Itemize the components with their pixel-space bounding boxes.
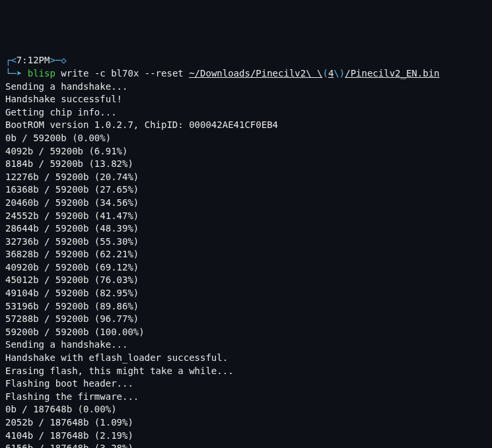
output-line: Flashing boot header...	[5, 377, 487, 391]
prompt-open-bracket: ┌<	[5, 55, 17, 65]
output-line: Erasing flash, this might take a while..…	[5, 365, 487, 378]
prompt-time: 7:12PM	[17, 55, 50, 65]
paren-open: (	[322, 68, 328, 79]
output-line: Sending a handshake...	[5, 80, 487, 94]
output-line: Getting chip info...	[5, 106, 487, 119]
output-line: 59200b / 59200b (100.00%)	[5, 326, 487, 339]
output-line: 57288b / 59200b (96.77%)	[5, 313, 487, 326]
output-line: 0b / 59200b (0.00%)	[5, 132, 487, 145]
output-line: 12276b / 59200b (20.74%)	[5, 171, 487, 184]
output-line: 2052b / 187648b (1.09%)	[5, 416, 487, 430]
output-line: 45012b / 59200b (76.03%)	[5, 274, 487, 287]
paren-close: \)	[334, 68, 345, 79]
output-line: 53196b / 59200b (89.86%)	[5, 300, 487, 313]
output-line: 4104b / 187648b (2.19%)	[5, 430, 487, 443]
command-args: write -c bl70x --reset	[55, 68, 189, 79]
output-line: Sending a handshake...	[5, 338, 487, 352]
terminal-output: Sending a handshake...Handshake successf…	[5, 80, 487, 448]
output-line: 24552b / 59200b (41.47%)	[5, 210, 487, 223]
output-line: BootROM version 1.0.2.7, ChipID: 000042A…	[5, 119, 487, 132]
command-path-2: /Pinecilv2_EN.bin	[345, 68, 439, 79]
output-line: 6156b / 187648b (3.28%)	[5, 442, 487, 448]
output-line: Handshake successful!	[5, 93, 487, 106]
output-line: 16368b / 59200b (27.65%)	[5, 183, 487, 197]
output-line: 4092b / 59200b (6.91%)	[5, 145, 487, 158]
command-path-1: ~/Downloads/Pinecilv2\ \	[189, 68, 322, 79]
output-line: 40920b / 59200b (69.12%)	[5, 261, 487, 274]
output-line: Handshake with eflash_loader successful.	[5, 352, 487, 365]
output-line: 28644b / 59200b (48.39%)	[5, 222, 487, 236]
prompt-line-2: └─➤ blisp write -c bl70x --reset ~/Downl…	[5, 67, 487, 80]
command-name: blisp	[28, 68, 55, 79]
output-line: 20460b / 59200b (34.56%)	[5, 197, 487, 210]
output-line: 32736b / 59200b (55.30%)	[5, 236, 487, 249]
output-line: Flashing the firmware...	[5, 391, 487, 404]
prompt-arrow: └─➤	[5, 68, 28, 79]
output-line: 36828b / 59200b (62.21%)	[5, 248, 487, 261]
output-line: 49104b / 59200b (82.95%)	[5, 287, 487, 300]
output-line: 8184b / 59200b (13.82%)	[5, 158, 487, 171]
prompt-line-1: ┌<7:12PM>─◇	[5, 54, 487, 67]
prompt-close-bracket: >─◇	[50, 55, 66, 65]
output-line: 0b / 187648b (0.00%)	[5, 403, 487, 416]
